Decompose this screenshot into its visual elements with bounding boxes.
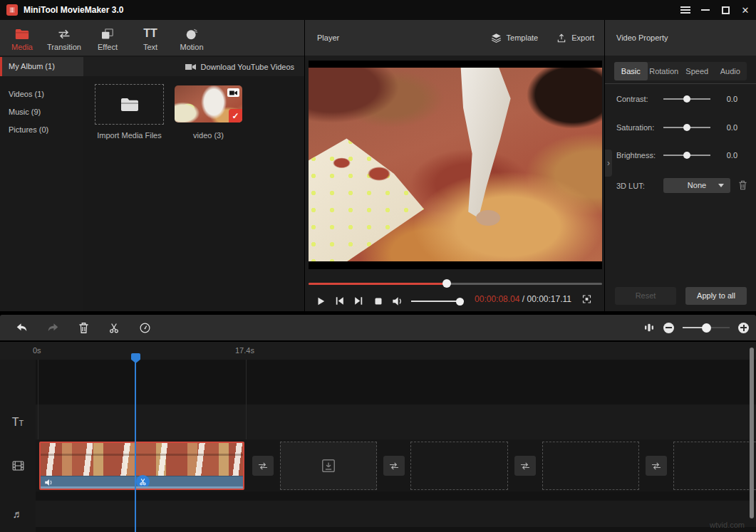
empty-clip-slot[interactable] (673, 442, 756, 490)
saturation-slider[interactable] (663, 120, 710, 135)
video-thumbnail[interactable]: ✓ (175, 85, 242, 122)
music-track[interactable] (36, 501, 756, 527)
transition-icon (43, 24, 85, 40)
menu-button[interactable] (676, 0, 695, 20)
fullscreen-button[interactable] (577, 291, 596, 308)
tab-basic[interactable]: Basic (614, 62, 648, 80)
saturation-handle[interactable] (683, 124, 690, 131)
timeline-toolbar (0, 315, 756, 340)
tab-media[interactable]: Media (1, 24, 43, 54)
time-separator: / (519, 294, 527, 304)
property-tabs: Basic Rotation Speed Audio (614, 62, 747, 80)
brightness-value: 0.0 (727, 147, 737, 163)
apply-to-all-button[interactable]: Apply to all (685, 287, 747, 305)
contrast-value: 0.0 (727, 91, 737, 107)
track-label-column: TT ♬ (0, 360, 36, 532)
close-button[interactable]: ✕ (736, 0, 755, 20)
maximize-button[interactable] (716, 0, 735, 20)
export-button[interactable]: Export (556, 33, 594, 43)
preview-pillow (309, 133, 429, 261)
empty-clip-slot[interactable] (410, 442, 508, 490)
clip-split-badge[interactable] (136, 475, 150, 489)
add-transition-button[interactable] (383, 456, 405, 476)
timeline-clip[interactable] (39, 442, 244, 490)
tab-motion[interactable]: Motion (171, 24, 212, 54)
add-transition-button[interactable] (646, 456, 667, 476)
speed-button[interactable] (135, 318, 155, 337)
music-track-icon: ♬ (0, 501, 36, 527)
tab-rotation[interactable]: Rotation (648, 62, 681, 80)
lut-delete-button[interactable] (738, 180, 747, 190)
seek-handle[interactable] (442, 279, 451, 288)
lut-dropdown[interactable]: None (663, 178, 730, 193)
volume-slider[interactable] (411, 296, 464, 306)
video-track-icon (0, 439, 36, 491)
video-preview[interactable] (309, 61, 602, 269)
brightness-slider[interactable] (663, 147, 710, 163)
app-title: MiniTool MovieMaker 3.0 (24, 0, 123, 20)
timeline-scrollbar[interactable] (750, 348, 754, 518)
tab-audio[interactable]: Audio (714, 62, 747, 80)
playhead-line (135, 353, 136, 532)
sidebar-item-music[interactable]: Music (9) (0, 103, 83, 121)
video-type-badge (227, 88, 239, 97)
minimize-button[interactable] (696, 0, 715, 20)
hamburger-icon (680, 6, 690, 14)
add-transition-button[interactable] (514, 456, 536, 476)
video-item-label: video (3) (175, 131, 242, 140)
tab-effect[interactable]: Effect (87, 24, 128, 54)
media-library-panel: Media Transition Effect TT Text Motion (0, 20, 304, 311)
previous-frame-button[interactable] (330, 293, 349, 310)
add-transition-button[interactable] (252, 456, 274, 476)
gridline (246, 360, 247, 439)
seek-bar[interactable] (309, 278, 602, 288)
export-icon (556, 33, 566, 43)
volume-icon[interactable] (388, 293, 407, 310)
property-header: Video Property (605, 20, 756, 56)
seek-progress (309, 283, 447, 285)
video-camera-icon (185, 63, 196, 71)
template-button[interactable]: Template (491, 33, 539, 43)
contrast-handle[interactable] (683, 95, 690, 103)
undo-button[interactable] (12, 318, 32, 337)
zoom-in-button[interactable] (738, 323, 749, 333)
sidebar-item-videos[interactable]: Videos (1) (0, 85, 83, 103)
motion-icon (171, 24, 212, 40)
contrast-slider[interactable] (663, 91, 710, 107)
text-track-icon: TT (0, 405, 36, 439)
import-media-button[interactable] (95, 84, 164, 125)
tab-transition[interactable]: Transition (43, 24, 85, 54)
download-youtube-button[interactable]: Download YouTube Videos (185, 57, 295, 76)
stop-button[interactable] (368, 293, 388, 310)
reset-button[interactable]: Reset (615, 287, 676, 305)
text-track[interactable] (36, 405, 756, 439)
sidebar-item-pictures[interactable]: Pictures (0) (0, 121, 83, 139)
playhead-handle[interactable] (131, 353, 140, 363)
empty-clip-slot[interactable] (542, 442, 639, 490)
drop-media-icon (321, 458, 336, 474)
volume-handle[interactable] (456, 298, 464, 306)
total-time: 00:00:17.11 (527, 294, 571, 304)
zoom-slider-handle[interactable] (702, 323, 711, 333)
zoom-out-button[interactable] (663, 323, 674, 333)
fit-timeline-icon[interactable] (643, 322, 655, 333)
ruler-start-label: 0s (33, 346, 41, 355)
delete-button[interactable] (73, 318, 93, 337)
zoom-slider[interactable] (683, 323, 730, 333)
brightness-handle[interactable] (683, 152, 690, 159)
my-album-tab[interactable]: My Album (1) (0, 57, 83, 76)
play-button[interactable] (311, 293, 330, 310)
next-frame-button[interactable] (349, 293, 368, 310)
tab-text[interactable]: TT Text (130, 24, 171, 54)
tab-speed[interactable]: Speed (680, 62, 714, 80)
empty-clip-slot[interactable] (280, 442, 377, 490)
panel-collapse-handle[interactable]: › (605, 150, 612, 177)
saturation-value: 0.0 (727, 120, 737, 135)
redo-button[interactable] (43, 318, 63, 337)
current-time: 00:00:08.04 (475, 294, 519, 304)
timeline-ruler[interactable]: 0s 17.4s (0, 342, 756, 360)
clip-volume-icon[interactable] (44, 479, 53, 486)
title-bar: MiniTool MovieMaker 3.0 ✕ (0, 0, 756, 20)
text-icon: TT (130, 24, 171, 40)
split-button[interactable] (104, 318, 124, 337)
